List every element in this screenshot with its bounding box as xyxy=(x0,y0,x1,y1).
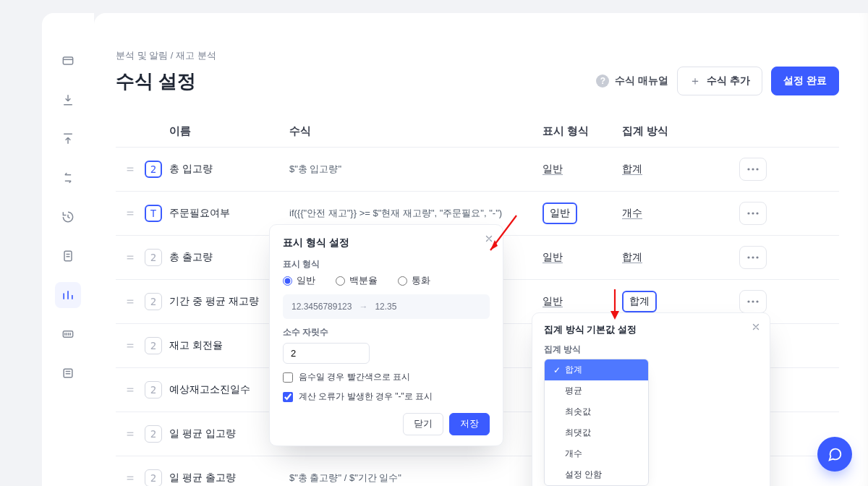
row-more-button[interactable] xyxy=(739,290,767,313)
nav-doc-icon[interactable] xyxy=(55,243,81,269)
type-tag: 2 xyxy=(145,381,162,398)
row-name: 예상재고소진일수 xyxy=(169,383,250,396)
format-option-percent[interactable]: 백분율 xyxy=(336,275,378,287)
agg-option[interactable]: ✓평균 xyxy=(545,380,648,401)
table-row: 2총 입고량$"총 입고량"일반합계 xyxy=(116,147,839,191)
row-agg-method[interactable]: 합계 xyxy=(622,163,709,176)
svg-point-10 xyxy=(747,256,749,258)
help-icon: ? xyxy=(596,74,609,88)
row-display-format[interactable]: 일반 xyxy=(542,295,622,308)
row-display-format[interactable]: 일반 xyxy=(542,202,622,224)
agg-option[interactable]: ✓최댓값 xyxy=(545,422,648,443)
row-more-button[interactable] xyxy=(739,158,767,181)
row-formula: if({{"안전 재고"}} >= $"현재 재고량", "주문필요", "-"… xyxy=(289,207,542,220)
type-tag: 2 xyxy=(145,469,162,486)
svg-rect-1 xyxy=(64,251,72,260)
nav-inventory-icon[interactable] xyxy=(55,48,81,74)
svg-rect-0 xyxy=(63,57,72,64)
popover-save-btn[interactable]: 저장 xyxy=(449,413,490,435)
row-name: 재고 회전율 xyxy=(169,339,223,352)
decimals-input[interactable] xyxy=(283,343,370,364)
row-more-button[interactable] xyxy=(739,202,767,225)
col-name: 이름 xyxy=(145,124,289,138)
row-display-format[interactable]: 일반 xyxy=(542,251,622,264)
row-display-format[interactable]: 일반 xyxy=(542,163,622,176)
agg-option[interactable]: ✓최솟값 xyxy=(545,401,648,422)
breadcrumb-item[interactable]: 재고 분석 xyxy=(171,50,216,61)
svg-point-11 xyxy=(752,256,754,258)
err-dash-label: 계산 오류가 발생한 경우 "-"로 표시 xyxy=(299,391,433,403)
row-agg-method[interactable]: 개수 xyxy=(622,207,709,220)
type-tag: 2 xyxy=(145,337,162,354)
done-button[interactable]: 설정 완료 xyxy=(771,67,839,95)
row-name: 주문필요여부 xyxy=(169,207,230,220)
row-name: 일 평균 입고량 xyxy=(169,427,236,440)
preview-from: 12.3456789123 xyxy=(292,302,352,312)
agg-option[interactable]: ✓합계 xyxy=(545,359,648,380)
nav-outbound-icon[interactable] xyxy=(55,126,81,152)
arrow-right-icon: → xyxy=(359,302,367,312)
row-formula: $"총 입고량" xyxy=(289,163,542,176)
svg-point-7 xyxy=(747,212,749,214)
format-preview: 12.3456789123 → 12.35 xyxy=(283,294,490,319)
chat-icon xyxy=(827,446,843,462)
agg-option[interactable]: ✓설정 안함 xyxy=(545,464,648,485)
breadcrumb: 분석 및 알림 재고 분석 xyxy=(116,49,839,62)
drag-handle-icon[interactable] xyxy=(116,297,145,307)
drag-handle-icon[interactable] xyxy=(116,341,145,351)
svg-point-13 xyxy=(747,300,749,302)
neg-red-label: 음수일 경우 빨간색으로 표시 xyxy=(299,371,410,383)
popover-title: 표시 형식 설정 xyxy=(283,236,490,250)
format-option-general[interactable]: 일반 xyxy=(283,275,315,287)
add-formula-label: 수식 추가 xyxy=(707,74,750,88)
close-icon xyxy=(751,322,761,332)
type-tag: 2 xyxy=(145,161,162,178)
type-tag: 2 xyxy=(145,249,162,266)
nav-barcode-icon[interactable] xyxy=(55,321,81,347)
support-chat-fab[interactable] xyxy=(817,437,852,472)
nav-list-icon[interactable] xyxy=(55,360,81,386)
agg-dropdown[interactable]: ✓합계✓평균✓최솟값✓최댓값✓개수✓설정 안함 xyxy=(544,359,649,486)
drag-handle-icon[interactable] xyxy=(116,429,145,439)
drag-handle-icon[interactable] xyxy=(116,164,145,174)
type-tag: 2 xyxy=(145,293,162,310)
col-formula: 수식 xyxy=(289,124,542,138)
done-button-label: 설정 완료 xyxy=(783,74,827,88)
svg-point-15 xyxy=(756,300,758,302)
preview-to: 12.35 xyxy=(375,302,396,312)
agg-option[interactable]: ✓개수 xyxy=(545,443,648,464)
drag-handle-icon[interactable] xyxy=(116,208,145,218)
popover2-close-button[interactable] xyxy=(751,322,761,335)
neg-red-checkbox[interactable] xyxy=(283,372,293,383)
row-agg-method[interactable]: 합계 xyxy=(622,251,709,264)
format-option-currency[interactable]: 통화 xyxy=(398,275,430,287)
row-more-button[interactable] xyxy=(739,246,767,269)
decimals-label: 소수 자릿수 xyxy=(283,326,490,338)
agg-default-popover: 집계 방식 기본값 설정 집계 방식 ✓합계✓평균✓최솟값✓최댓값✓개수✓설정 … xyxy=(532,312,770,486)
svg-point-9 xyxy=(756,212,758,214)
display-format-popover: 표시 형식 설정 표시 형식 일반 백분율 통화 12.3456789123 →… xyxy=(269,224,503,446)
svg-point-8 xyxy=(752,212,754,214)
manual-link[interactable]: ? 수식 매뉴얼 xyxy=(596,74,668,88)
nav-inbound-icon[interactable] xyxy=(55,87,81,113)
row-name: 일 평균 출고량 xyxy=(169,472,236,485)
svg-point-14 xyxy=(752,300,754,302)
breadcrumb-item[interactable]: 분석 및 알림 xyxy=(116,50,168,61)
drag-handle-icon[interactable] xyxy=(116,473,145,483)
add-formula-button[interactable]: ＋ 수식 추가 xyxy=(677,67,762,95)
drag-handle-icon[interactable] xyxy=(116,252,145,263)
row-name: 총 출고량 xyxy=(169,251,213,264)
svg-point-5 xyxy=(752,168,754,170)
row-formula: $"총 출고량" / $"기간 일수" xyxy=(289,472,542,485)
popover2-title: 집계 방식 기본값 설정 xyxy=(544,323,758,336)
type-tag: T xyxy=(145,205,162,222)
err-dash-checkbox[interactable] xyxy=(283,392,293,402)
row-agg-method[interactable]: 합계 xyxy=(622,291,709,312)
nav-analytics-icon[interactable] xyxy=(55,282,81,308)
nav-transfer-icon[interactable] xyxy=(55,165,81,191)
popover-close-button[interactable] xyxy=(484,234,494,247)
nav-history-icon[interactable] xyxy=(55,204,81,230)
drag-handle-icon[interactable] xyxy=(116,385,145,395)
col-display: 표시 형식 xyxy=(542,124,622,138)
popover-close-btn[interactable]: 닫기 xyxy=(403,413,443,435)
